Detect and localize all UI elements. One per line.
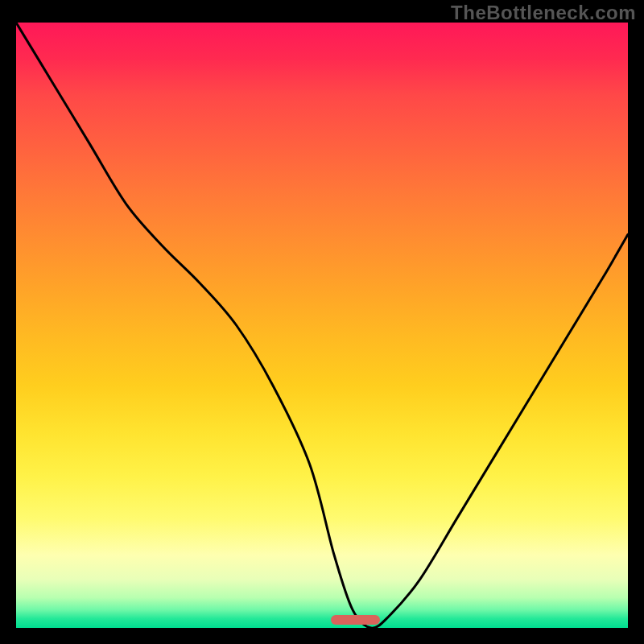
optimal-marker <box>331 615 380 625</box>
plot-area <box>16 23 628 628</box>
bottleneck-curve <box>16 23 628 628</box>
chart-frame: TheBottleneck.com <box>0 0 644 644</box>
watermark-text: TheBottleneck.com <box>451 2 636 24</box>
